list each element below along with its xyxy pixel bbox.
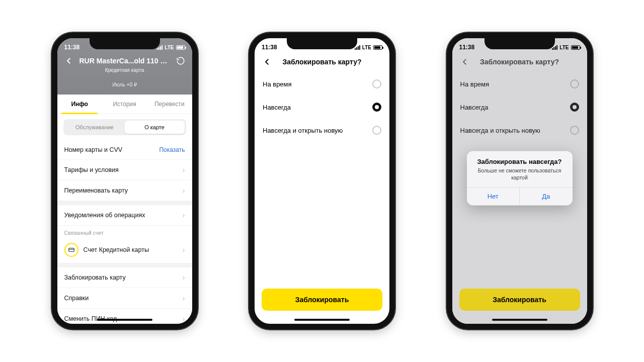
row-change-pin[interactable]: Сменить ПИН-код › bbox=[57, 309, 192, 324]
card-subtitle: Кредитная карта bbox=[69, 67, 180, 73]
row-label: Номер карты и CVV bbox=[64, 146, 159, 153]
show-link[interactable]: Показать bbox=[159, 146, 185, 153]
status-time: 11:38 bbox=[64, 44, 80, 51]
block-button: Заблокировать bbox=[459, 289, 580, 311]
device-notch bbox=[485, 38, 555, 49]
segmented-control: Обслуживание О карте bbox=[63, 119, 186, 135]
option-label: На время bbox=[263, 80, 372, 88]
radio-icon bbox=[372, 79, 381, 88]
tab-history[interactable]: История bbox=[102, 95, 147, 114]
option-temporary[interactable]: На время bbox=[255, 72, 389, 96]
option-forever[interactable]: Навсегда bbox=[255, 96, 389, 119]
svg-rect-0 bbox=[68, 248, 74, 252]
block-button[interactable]: Заблокировать bbox=[262, 289, 382, 311]
home-indicator bbox=[97, 319, 152, 321]
card-title: RUR MasterCa...old 110 Credit bbox=[79, 57, 170, 65]
phone-block-confirm: 11:38 LTE Заблокировать карту? На время … bbox=[447, 33, 593, 329]
segment-about[interactable]: О карте bbox=[125, 121, 185, 134]
network-label: LTE bbox=[362, 45, 371, 50]
option-label: Навсегда и открыть новую bbox=[263, 127, 372, 134]
radio-icon bbox=[570, 126, 579, 135]
row-linked-account[interactable]: Счет Кредитной карты › bbox=[57, 237, 192, 263]
network-label: LTE bbox=[559, 45, 569, 50]
segment-service[interactable]: Обслуживание bbox=[65, 121, 125, 134]
chevron-right-icon: › bbox=[183, 274, 185, 282]
radio-checked-icon bbox=[570, 103, 579, 112]
row-label: Заблокировать карту bbox=[64, 274, 179, 281]
option-label: На время bbox=[460, 80, 570, 88]
dialog-no-button[interactable]: Нет bbox=[467, 188, 520, 206]
device-notch bbox=[287, 38, 357, 49]
chevron-right-icon: › bbox=[183, 166, 185, 174]
radio-icon bbox=[372, 126, 381, 135]
option-forever: Навсегда bbox=[452, 96, 587, 119]
option-forever-new[interactable]: Навсегда и открыть новую bbox=[255, 119, 389, 142]
battery-icon bbox=[373, 45, 382, 50]
chevron-right-icon: › bbox=[183, 246, 185, 254]
dialog-yes-button[interactable]: Да bbox=[520, 188, 573, 206]
back-icon[interactable] bbox=[262, 56, 273, 67]
home-indicator bbox=[492, 319, 547, 321]
row-notifications[interactable]: Уведомления об операциях › bbox=[57, 205, 192, 226]
device-notch bbox=[90, 38, 160, 49]
row-label: Тарифы и условия bbox=[64, 166, 179, 173]
chevron-right-icon: › bbox=[183, 211, 185, 219]
home-indicator bbox=[294, 319, 350, 321]
option-forever-new: Навсегда и открыть новую bbox=[452, 119, 587, 142]
dialog-title: Заблокировать навсегда? bbox=[467, 151, 573, 167]
radio-checked-icon bbox=[372, 103, 381, 112]
chevron-right-icon: › bbox=[183, 294, 185, 302]
tab-transfer[interactable]: Перевести bbox=[147, 95, 192, 114]
option-label: Навсегда bbox=[263, 104, 372, 111]
battery-icon bbox=[571, 45, 580, 50]
refresh-icon[interactable] bbox=[175, 55, 186, 66]
option-label: Навсегда bbox=[460, 104, 570, 111]
row-label: Счет Кредитной карты bbox=[84, 246, 179, 253]
screen-title: Заблокировать карту? bbox=[470, 58, 569, 66]
option-label: Навсегда и открыть новую bbox=[460, 127, 570, 134]
row-label: Переименовать карту bbox=[64, 187, 179, 194]
row-docs[interactable]: Справки › bbox=[57, 288, 192, 309]
month-summary: Июль +0 ₽ bbox=[57, 82, 192, 87]
tab-info[interactable]: Инфо bbox=[57, 95, 102, 114]
status-time: 11:38 bbox=[459, 44, 475, 51]
back-icon[interactable] bbox=[63, 55, 74, 66]
row-card-cvv[interactable]: Номер карты и CVV Показать bbox=[57, 140, 192, 160]
option-temporary: На время bbox=[452, 72, 587, 96]
chevron-right-icon: › bbox=[183, 187, 185, 195]
status-time: 11:38 bbox=[262, 44, 277, 51]
confirm-dialog: Заблокировать навсегда? Больше не сможет… bbox=[467, 151, 573, 205]
chevron-right-icon: › bbox=[183, 315, 185, 323]
back-icon bbox=[459, 56, 470, 67]
row-block-card[interactable]: Заблокировать карту › bbox=[57, 267, 192, 288]
tabs: Инфо История Перевести bbox=[57, 95, 192, 114]
row-tariffs[interactable]: Тарифы и условия › bbox=[57, 160, 192, 180]
battery-icon bbox=[176, 45, 185, 50]
dialog-message: Больше не сможете пользоваться картой bbox=[467, 167, 573, 187]
phone-block-options: 11:38 LTE Заблокировать карту? На время … bbox=[249, 33, 395, 329]
network-label: LTE bbox=[165, 45, 174, 50]
row-label: Справки bbox=[64, 295, 179, 302]
section-linked: Связанный счет bbox=[57, 226, 192, 237]
row-rename[interactable]: Переименовать карту › bbox=[57, 180, 192, 201]
screen-title: Заблокировать карту? bbox=[273, 58, 371, 66]
phone-card-info: 11:38 LTE RUR MasterCa...old 110 Credit … bbox=[52, 33, 198, 329]
row-label: Уведомления об операциях bbox=[64, 212, 179, 219]
account-icon bbox=[64, 243, 78, 257]
radio-icon bbox=[570, 79, 579, 88]
